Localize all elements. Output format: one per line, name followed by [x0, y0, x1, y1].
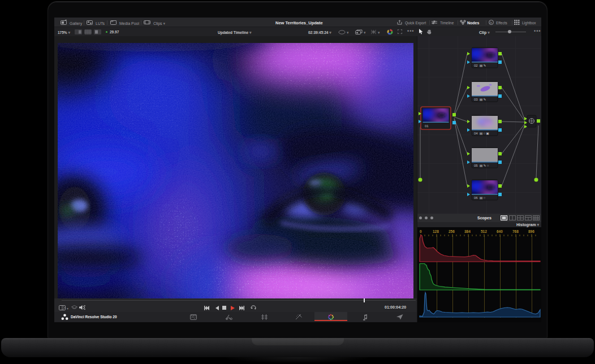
svg-text:512: 512 [481, 229, 487, 233]
svg-text:fx: fx [490, 21, 492, 24]
svg-text:640: 640 [497, 229, 503, 233]
svg-text:768: 768 [512, 229, 519, 233]
svg-text:02 ▤ ✎: 02 ▤ ✎ [474, 64, 486, 67]
svg-text:06 ▤ ○: 06 ▤ ○ [474, 196, 486, 200]
svg-text:04 ▤ ○ ▣: 04 ▤ ○ ▣ [474, 132, 489, 135]
svg-text:384: 384 [464, 229, 471, 233]
svg-text:0: 0 [420, 229, 422, 233]
svg-text:896: 896 [528, 229, 534, 233]
svg-text:128: 128 [433, 229, 439, 233]
svg-text:03 ▤ ✎: 03 ▤ ✎ [474, 98, 486, 101]
svg-text:01: 01 [425, 124, 429, 128]
svg-text:05 ▤ ✎ ○: 05 ▤ ✎ ○ [474, 164, 489, 167]
svg-text:256: 256 [449, 229, 455, 233]
